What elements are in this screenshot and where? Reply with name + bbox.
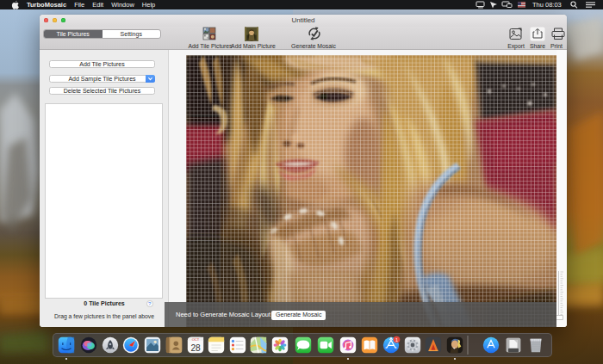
svg-text:Thu 08:03: Thu 08:03 xyxy=(532,1,562,9)
svg-text:OCT: OCT xyxy=(192,337,200,342)
svg-text:28: 28 xyxy=(190,343,201,353)
svg-text:1: 1 xyxy=(395,337,398,342)
